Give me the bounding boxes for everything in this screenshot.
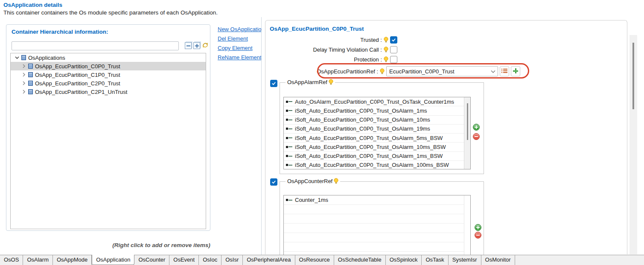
container-icon [28, 80, 33, 86]
chevron-expanded-icon[interactable] [14, 55, 20, 60]
list-item[interactable]: iSoft_Auto_EcucPartition_C0P0_Trust_OsAl… [284, 143, 465, 151]
delay-timing-violation-row: Delay Timing Violation Call : [265, 46, 397, 53]
lightbulb-icon [384, 56, 388, 63]
chevron-down-icon [491, 68, 495, 75]
empty-row[interactable] [284, 224, 464, 233]
container-icon [21, 55, 26, 61]
expand-all-button[interactable] [193, 42, 200, 49]
tab-ostask[interactable]: OsTask [422, 255, 448, 265]
delay-timing-violation-checkbox[interactable] [390, 46, 397, 53]
osappcounterref-group: OsAppCounterRef Counter_1ms [280, 181, 484, 265]
lightbulb-icon [384, 37, 388, 43]
empty-row[interactable] [284, 233, 464, 242]
ref-item-icon [286, 146, 292, 148]
tree-node-osapp-c0p0[interactable]: OsApp_EcucPartition_C0P0_Trust [11, 62, 206, 70]
list-item-label: Counter_1ms [295, 197, 328, 203]
chevron-collapsed-icon[interactable] [21, 64, 27, 68]
osappalarmref-enable-checkbox[interactable] [270, 80, 277, 87]
osappalarmref-group: OsAppAlarmRef Auto_OsAlarm_EcucPartition… [280, 82, 484, 174]
counter-list-scrollbar[interactable] [464, 195, 470, 265]
list-item[interactable]: iSoft_Auto_EcucPartition_C0P0_Trust_OsAl… [284, 125, 465, 134]
tree-node-label: OsApp_EcucPartition_C2P0_Trust [35, 80, 120, 87]
ref-item-icon [286, 119, 292, 121]
element-actions: New OsApplication Del Element Copy Eleme… [218, 26, 261, 64]
list-item[interactable]: Auto_OsAlarm_EcucPartition_C0P0_Trust_Os… [284, 97, 465, 106]
tree-node-osapp-c2p1[interactable]: OsApp_EcucPartition_C2P1_UnTrust [11, 87, 206, 96]
scrollbar-thumb[interactable] [632, 43, 634, 109]
chevron-collapsed-icon[interactable] [21, 90, 27, 94]
box-minus-icon [186, 43, 190, 49]
ref-picker-button[interactable] [500, 66, 509, 76]
collapse-all-button[interactable] [185, 42, 192, 49]
ref-add-button[interactable] [511, 66, 520, 76]
protection-checkbox[interactable] [390, 56, 397, 63]
alarm-remove-button[interactable] [473, 133, 480, 140]
tab-osisr[interactable]: OsIsr [221, 255, 243, 265]
trusted-checkbox[interactable] [390, 36, 397, 44]
tree-node-osapp-c1p0[interactable]: OsApp_EcucPartition_C1P0_Trust [11, 70, 206, 79]
refresh-icon [202, 42, 209, 50]
copy-element-link[interactable]: Copy Element [218, 45, 261, 52]
tab-osioc[interactable]: OsIoc [199, 255, 221, 265]
module-tab-bar: OsOS OsAlarm OsAppMode OsApplication OsC… [0, 255, 644, 265]
ref-item-icon [286, 137, 292, 139]
tab-oscounter[interactable]: OsCounter [134, 255, 169, 265]
rename-element-link[interactable]: ReName Element [218, 54, 261, 61]
box-plus-icon [195, 43, 199, 49]
container-tree: OsApplications OsApp_EcucPartition_C0P0_… [10, 53, 206, 229]
list-item[interactable]: iSoft_Auto_EcucPartition_C0P0_Trust_OsAl… [284, 134, 465, 143]
list-item[interactable]: iSoft_Auto_EcucPartition_C0P0_Trust_OsAl… [284, 161, 465, 169]
refresh-button[interactable] [202, 42, 209, 49]
tab-osresource[interactable]: OsResource [295, 255, 334, 265]
list-item[interactable]: iSoft_Auto_EcucPartition_C0P0_Trust_OsAl… [284, 106, 465, 115]
del-element-link[interactable]: Del Element [218, 35, 261, 42]
tab-osperipheralarea[interactable]: OsPeripheralArea [243, 255, 295, 265]
tab-osos[interactable]: OsOS [0, 255, 23, 265]
tab-osevent[interactable]: OsEvent [169, 255, 199, 265]
alarm-add-button[interactable] [473, 124, 480, 131]
container-icon [28, 89, 33, 95]
list-item[interactable]: iSoft_Auto_EcucPartition_C0P0_Trust_OsAl… [284, 152, 465, 161]
hierarchy-panel-title: Container Hierarchical information: [12, 29, 108, 35]
counter-remove-button[interactable] [475, 232, 481, 239]
tab-osscheduletable[interactable]: OsScheduleTable [334, 255, 386, 265]
lightbulb-icon [329, 79, 333, 85]
right-click-hint: (Right click to add or remove items) [27, 242, 295, 248]
tab-systemisr[interactable]: SystemIsr [449, 255, 481, 265]
tab-osalarm[interactable]: OsAlarm [23, 255, 53, 265]
counter-add-button[interactable] [475, 224, 481, 231]
panel-splitter[interactable] [261, 17, 262, 255]
chevron-collapsed-icon[interactable] [21, 81, 27, 85]
tab-osapplication[interactable]: OsApplication [92, 255, 134, 265]
list-item-label: iSoft_Auto_EcucPartition_C0P0_Trust_OsAl… [295, 125, 430, 132]
osappalarmref-group-label: OsAppAlarmRef [286, 79, 335, 85]
empty-row[interactable] [284, 205, 464, 214]
empty-row[interactable] [284, 242, 464, 252]
container-hierarchy-panel: Container Hierarchical information: [6, 24, 210, 231]
chevron-collapsed-icon[interactable] [21, 73, 27, 77]
new-osapplication-link[interactable]: New OsApplication [218, 26, 261, 33]
osapplication-detail-panel: OsApp_EcucPartition_C0P0_Trust Trusted :… [265, 20, 627, 254]
page-title: OsApplication details [3, 2, 62, 8]
list-icon [501, 68, 507, 75]
group-label-text: OsAppCounterRef [287, 178, 332, 184]
ref-item-icon [286, 155, 292, 157]
tree-node-osapp-c2p0[interactable]: OsApp_EcucPartition_C2P0_Trust [11, 79, 206, 87]
lightbulb-icon [380, 68, 385, 75]
scrollbar-thumb[interactable] [467, 103, 468, 140]
tree-node-osapplications[interactable]: OsApplications [11, 53, 206, 62]
alarm-list-scrollbar[interactable] [464, 97, 470, 169]
trusted-label: Trusted : [360, 37, 382, 43]
tab-osmonitor[interactable]: OsMonitor [481, 255, 515, 265]
list-item-label: iSoft_Auto_EcucPartition_C0P0_Trust_OsAl… [295, 108, 427, 114]
ecuc-partition-ref-combobox[interactable]: EcucPartition_C0P0_Trust [386, 66, 498, 76]
tab-osappmode[interactable]: OsAppMode [53, 255, 92, 265]
empty-row[interactable] [284, 214, 464, 224]
osappcounterref-enable-checkbox[interactable] [270, 178, 277, 186]
detail-panel-scrollbar[interactable] [629, 35, 637, 254]
hierarchy-search-input[interactable] [12, 41, 179, 50]
container-icon [28, 63, 33, 69]
list-item[interactable]: iSoft_Auto_EcucPartition_C0P0_Trust_OsAl… [284, 116, 465, 125]
tab-osspinlock[interactable]: OsSpinlock [386, 255, 422, 265]
list-item[interactable]: Counter_1ms [284, 195, 464, 205]
